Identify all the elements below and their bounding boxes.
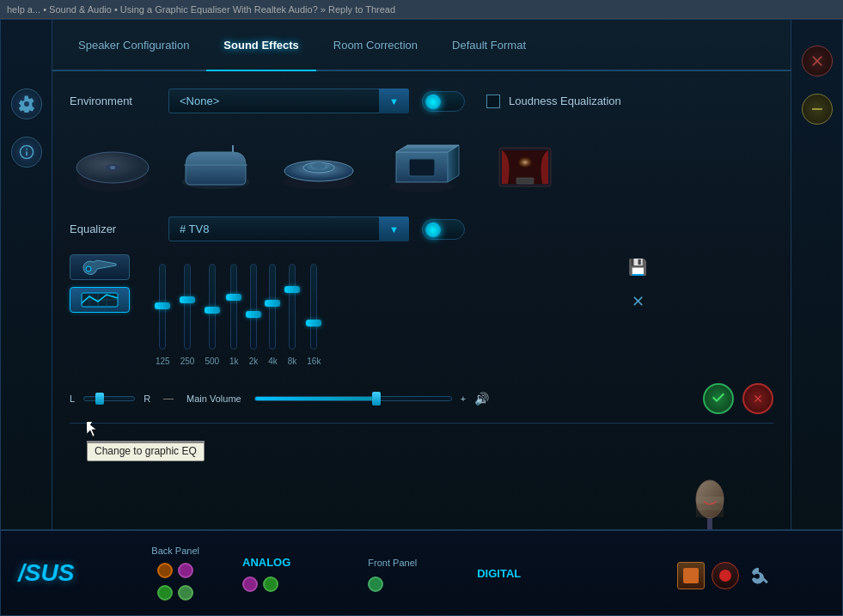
eq-mode-grid-button[interactable] — [70, 287, 130, 313]
digital-label: DIGITAL — [477, 567, 521, 580]
svg-point-9 — [312, 162, 326, 169]
loudness-checkbox[interactable] — [486, 95, 500, 108]
eq-band-250: 250 — [180, 264, 195, 366]
eq-slider-2k[interactable] — [250, 264, 257, 350]
gear-button[interactable] — [11, 88, 42, 119]
minimize-button[interactable] — [802, 94, 833, 125]
svg-rect-23 — [696, 497, 724, 503]
tab-speaker-configuration[interactable]: Speaker Configuration — [61, 20, 206, 70]
eq-slider-8k[interactable] — [289, 264, 296, 350]
analog-jacks — [242, 576, 290, 592]
close-button[interactable] — [802, 46, 833, 76]
bottom-bar: /SUS Back Panel ANALOG Front Panel — [1, 529, 842, 615]
eq-label-250: 250 — [180, 357, 195, 366]
fx-icons-row — [70, 131, 773, 199]
eq-band-500: 500 — [205, 264, 219, 366]
environment-select[interactable]: <None> Room Bathroom Concert Hall — [168, 88, 409, 113]
eq-reset-button[interactable]: ✕ — [625, 289, 651, 314]
environment-row: Environment <None> Room Bathroom Concert… — [70, 88, 773, 113]
eq-save-button[interactable]: 💾 — [625, 254, 651, 280]
breadcrumb: help a... • Sound & Audio • Using a Grap… — [7, 4, 395, 15]
eq-action-buttons: 💾 ✕ — [625, 254, 651, 366]
eq-band-1k: 1k — [229, 264, 239, 366]
jack-back-green[interactable] — [157, 585, 173, 601]
analog-label-wrapper: ANALOG — [242, 554, 290, 592]
eq-slider-1k[interactable] — [230, 264, 237, 350]
eq-label-16k: 16k — [307, 357, 321, 366]
eq-slider-4k[interactable] — [269, 264, 276, 350]
eq-sliders-container: 125 250 500 — [156, 254, 603, 366]
ok-button[interactable] — [703, 383, 734, 414]
eq-label-1k: 1k — [229, 357, 239, 366]
eq-band-16k: 16k — [307, 264, 321, 366]
eq-slider-500[interactable] — [209, 264, 216, 350]
browser-bar: help a... • Sound & Audio • Using a Grap… — [0, 0, 843, 19]
fx-icon-plate[interactable] — [276, 131, 362, 199]
environment-toggle[interactable] — [422, 91, 465, 112]
equalizer-label: Equalizer — [70, 223, 156, 235]
eq-label-8k: 8k — [288, 357, 297, 366]
eq-label-500: 500 — [205, 357, 219, 366]
tab-sound-effects[interactable]: Sound Effects — [206, 20, 315, 70]
front-panel-label: Front Panel — [368, 558, 417, 568]
environment-select-wrapper: <None> Room Bathroom Concert Hall — [168, 88, 409, 113]
volume-speaker-icon: 🔊 — [474, 392, 489, 406]
eq-band-4k: 4k — [268, 264, 278, 366]
eq-section: 125 250 500 — [70, 254, 773, 366]
loudness-row: Loudness Equalization — [486, 95, 621, 108]
main-volume-slider-track[interactable] — [254, 396, 452, 401]
equalizer-toggle[interactable] — [422, 219, 465, 240]
jack-analog-green[interactable] — [263, 576, 278, 592]
bottom-right-controls — [703, 383, 773, 414]
eq-label-4k: 4k — [268, 357, 278, 366]
tab-default-format[interactable]: Default Format — [435, 20, 543, 70]
analog-label: ANALOG — [242, 556, 290, 569]
eq-slider-16k[interactable] — [310, 264, 317, 350]
info-button[interactable] — [11, 137, 42, 168]
eq-slider-250[interactable] — [184, 264, 191, 350]
back-panel-jacks-2 — [157, 585, 193, 601]
tab-room-correction[interactable]: Room Correction — [316, 20, 435, 70]
eq-band-8k: 8k — [288, 264, 297, 366]
content-area: Speaker Configuration Sound Effects Room… — [52, 20, 791, 615]
digital-section: DIGITAL — [477, 565, 521, 581]
panel-content: Environment <None> Room Bathroom Concert… — [52, 71, 791, 441]
balance-thumb — [95, 393, 104, 405]
svg-rect-11 — [409, 159, 435, 176]
jack-front-green[interactable] — [368, 576, 383, 592]
environment-label: Environment — [70, 95, 156, 107]
panel-button-orange[interactable] — [677, 562, 705, 589]
jack-back-orange[interactable] — [157, 563, 173, 578]
tab-bar: Speaker Configuration Sound Effects Room… — [52, 20, 791, 71]
fx-icon-bathtub[interactable] — [173, 131, 259, 199]
jack-back-green2[interactable] — [178, 585, 193, 601]
mouse-cursor — [87, 422, 97, 437]
balance-slider-track[interactable] — [83, 396, 135, 401]
fx-icon-disc[interactable] — [70, 131, 156, 199]
panel-button-red[interactable] — [712, 562, 739, 589]
fx-icon-stage[interactable] — [482, 131, 568, 199]
front-panel-section: Front Panel — [368, 554, 417, 592]
equalizer-row: Equalizer # TV8 Flat Rock Pop Jazz — [70, 217, 773, 241]
eq-mode-guitar-button[interactable] — [70, 254, 130, 280]
panel-button-wrench[interactable] — [746, 562, 773, 589]
back-panel-jacks — [157, 563, 193, 578]
loudness-label: Loudness Equalization — [509, 95, 621, 107]
svg-point-16 — [86, 266, 91, 271]
jack-back-pink[interactable] — [178, 563, 193, 578]
left-sidebar — [1, 20, 52, 615]
jack-analog-pink[interactable] — [242, 576, 258, 592]
cancel-button[interactable] — [742, 383, 773, 414]
equalizer-select[interactable]: # TV8 Flat Rock Pop Jazz — [168, 217, 409, 241]
bottom-panel-buttons — [677, 562, 773, 589]
eq-controls — [70, 254, 130, 366]
fx-icon-box[interactable] — [379, 131, 465, 199]
right-sidebar — [791, 20, 842, 615]
eq-band-2k: 2k — [249, 264, 259, 366]
eq-slider-125[interactable] — [159, 264, 166, 350]
back-panel-section: Back Panel — [151, 546, 199, 601]
svg-point-14 — [518, 157, 532, 168]
audio-panel: Speaker Configuration Sound Effects Room… — [0, 19, 843, 616]
back-panel-label: Back Panel — [151, 546, 199, 556]
eq-label-2k: 2k — [249, 357, 259, 366]
